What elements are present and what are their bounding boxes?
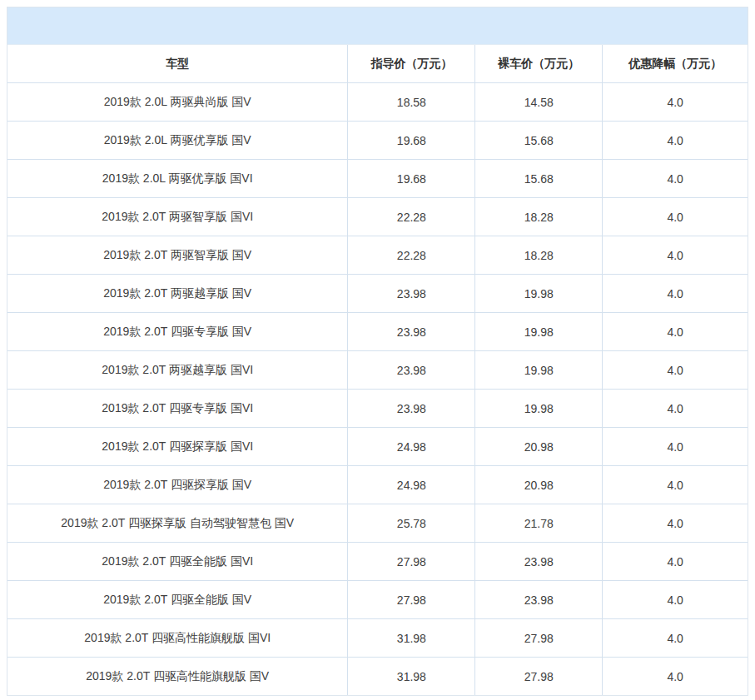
model-cell: 2019款 2.0T 四驱专享版 国V — [7, 313, 348, 351]
column-header-guide_price: 指导价（万元） — [348, 45, 475, 83]
model-cell: 2019款 2.0L 两驱优享版 国VI — [7, 160, 348, 198]
discount-cell: 4.0 — [603, 236, 748, 275]
table-row: 2019款 2.0T 两驱越享版 国VI23.9819.984.0 — [7, 351, 748, 390]
model-cell: 2019款 2.0T 四驱高性能旗舰版 国V — [7, 658, 348, 696]
column-header-bare_price: 裸车价（万元） — [475, 45, 603, 83]
model-cell: 2019款 2.0T 两驱越享版 国VI — [7, 351, 348, 390]
guide_price-cell: 24.98 — [348, 428, 475, 466]
model-cell: 2019款 2.0T 四驱探享版 自动驾驶智慧包 国V — [7, 504, 348, 543]
bare_price-cell: 19.98 — [475, 390, 603, 428]
discount-cell: 4.0 — [603, 504, 748, 543]
guide_price-cell: 19.68 — [348, 122, 475, 160]
bare_price-cell: 21.78 — [475, 504, 603, 543]
column-header-discount: 优惠降幅（万元） — [603, 45, 748, 83]
bare_price-cell: 15.68 — [475, 160, 603, 198]
bare_price-cell: 14.58 — [475, 83, 603, 122]
guide_price-cell: 25.78 — [348, 504, 475, 543]
model-cell: 2019款 2.0T 四驱探享版 国VI — [7, 428, 348, 466]
bare_price-cell: 23.98 — [475, 581, 603, 619]
car-price-table: 车型指导价（万元）裸车价（万元）优惠降幅（万元） 2019款 2.0L 两驱典尚… — [7, 45, 748, 695]
discount-cell: 4.0 — [603, 658, 748, 696]
discount-cell: 4.0 — [603, 198, 748, 236]
table-row: 2019款 2.0T 四驱全能版 国VI27.9823.984.0 — [7, 543, 748, 581]
guide_price-cell: 23.98 — [348, 313, 475, 351]
discount-cell: 4.0 — [603, 160, 748, 198]
guide_price-cell: 22.28 — [348, 198, 475, 236]
bare_price-cell: 27.98 — [475, 619, 603, 658]
guide_price-cell: 19.68 — [348, 160, 475, 198]
table-body: 2019款 2.0L 两驱典尚版 国V18.5814.584.02019款 2.… — [7, 83, 748, 696]
table-row: 2019款 2.0L 两驱优享版 国VI19.6815.684.0 — [7, 160, 748, 198]
guide_price-cell: 31.98 — [348, 619, 475, 658]
model-cell: 2019款 2.0T 两驱越享版 国V — [7, 275, 348, 313]
table-row: 2019款 2.0L 两驱典尚版 国V18.5814.584.0 — [7, 83, 748, 122]
bare_price-cell: 18.28 — [475, 236, 603, 275]
table-row: 2019款 2.0T 四驱探享版 国V24.9820.984.0 — [7, 466, 748, 504]
bare_price-cell: 23.98 — [475, 543, 603, 581]
table-row: 2019款 2.0T 四驱探享版 自动驾驶智慧包 国V25.7821.784.0 — [7, 504, 748, 543]
discount-cell: 4.0 — [603, 466, 748, 504]
bare_price-cell: 20.98 — [475, 428, 603, 466]
model-cell: 2019款 2.0T 四驱探享版 国V — [7, 466, 348, 504]
top-banner — [7, 7, 748, 45]
bare_price-cell: 18.28 — [475, 198, 603, 236]
discount-cell: 4.0 — [603, 619, 748, 658]
table-row: 2019款 2.0T 四驱全能版 国V27.9823.984.0 — [7, 581, 748, 619]
model-cell: 2019款 2.0T 四驱全能版 国V — [7, 581, 348, 619]
bare_price-cell: 19.98 — [475, 275, 603, 313]
model-cell: 2019款 2.0T 四驱全能版 国VI — [7, 543, 348, 581]
table-row: 2019款 2.0T 四驱专享版 国VI23.9819.984.0 — [7, 390, 748, 428]
guide_price-cell: 31.98 — [348, 658, 475, 696]
column-header-model: 车型 — [7, 45, 348, 83]
discount-cell: 4.0 — [603, 428, 748, 466]
table-row: 2019款 2.0T 四驱探享版 国VI24.9820.984.0 — [7, 428, 748, 466]
table-row: 2019款 2.0T 四驱高性能旗舰版 国VI31.9827.984.0 — [7, 619, 748, 658]
discount-cell: 4.0 — [603, 313, 748, 351]
table-header: 车型指导价（万元）裸车价（万元）优惠降幅（万元） — [7, 45, 748, 83]
model-cell: 2019款 2.0L 两驱典尚版 国V — [7, 83, 348, 122]
bare_price-cell: 15.68 — [475, 122, 603, 160]
table-row: 2019款 2.0T 四驱专享版 国V23.9819.984.0 — [7, 313, 748, 351]
table-row: 2019款 2.0T 两驱越享版 国V23.9819.984.0 — [7, 275, 748, 313]
model-cell: 2019款 2.0L 两驱优享版 国V — [7, 122, 348, 160]
header-row: 车型指导价（万元）裸车价（万元）优惠降幅（万元） — [7, 45, 748, 83]
bare_price-cell: 19.98 — [475, 351, 603, 390]
price-table-container: 车型指导价（万元）裸车价（万元）优惠降幅（万元） 2019款 2.0L 两驱典尚… — [7, 7, 748, 696]
guide_price-cell: 22.28 — [348, 236, 475, 275]
bare_price-cell: 20.98 — [475, 466, 603, 504]
discount-cell: 4.0 — [603, 351, 748, 390]
guide_price-cell: 27.98 — [348, 581, 475, 619]
model-cell: 2019款 2.0T 两驱智享版 国VI — [7, 198, 348, 236]
discount-cell: 4.0 — [603, 122, 748, 160]
model-cell: 2019款 2.0T 四驱高性能旗舰版 国VI — [7, 619, 348, 658]
model-cell: 2019款 2.0T 两驱智享版 国V — [7, 236, 348, 275]
discount-cell: 4.0 — [603, 275, 748, 313]
table-row: 2019款 2.0T 两驱智享版 国V22.2818.284.0 — [7, 236, 748, 275]
guide_price-cell: 24.98 — [348, 466, 475, 504]
guide_price-cell: 27.98 — [348, 543, 475, 581]
bare_price-cell: 27.98 — [475, 658, 603, 696]
guide_price-cell: 23.98 — [348, 275, 475, 313]
table-row: 2019款 2.0T 两驱智享版 国VI22.2818.284.0 — [7, 198, 748, 236]
bare_price-cell: 19.98 — [475, 313, 603, 351]
model-cell: 2019款 2.0T 四驱专享版 国VI — [7, 390, 348, 428]
table-row: 2019款 2.0T 四驱高性能旗舰版 国V31.9827.984.0 — [7, 658, 748, 696]
discount-cell: 4.0 — [603, 83, 748, 122]
guide_price-cell: 18.58 — [348, 83, 475, 122]
discount-cell: 4.0 — [603, 581, 748, 619]
discount-cell: 4.0 — [603, 390, 748, 428]
discount-cell: 4.0 — [603, 543, 748, 581]
table-row: 2019款 2.0L 两驱优享版 国V19.6815.684.0 — [7, 122, 748, 160]
guide_price-cell: 23.98 — [348, 351, 475, 390]
guide_price-cell: 23.98 — [348, 390, 475, 428]
